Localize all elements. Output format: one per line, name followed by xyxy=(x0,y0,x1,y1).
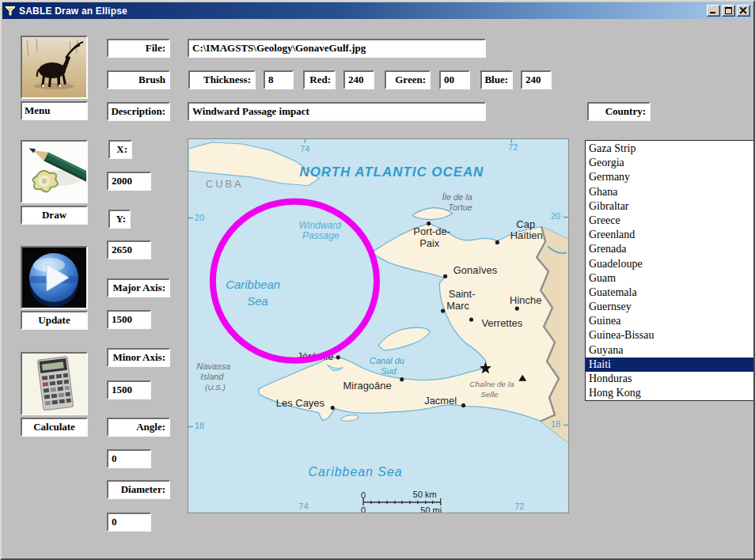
green-label: Green: xyxy=(385,70,431,89)
map-label: Caribbean Sea xyxy=(309,465,403,479)
map-label: Caribbean xyxy=(226,278,280,291)
map-label: 20 xyxy=(195,213,204,222)
country-item[interactable]: Greece xyxy=(586,214,754,228)
city-dot xyxy=(443,274,447,278)
diameter-label: Diameter: xyxy=(107,480,170,499)
sable-antelope-image xyxy=(22,37,86,97)
map-label: 18 xyxy=(195,421,204,430)
major-axis-input[interactable]: 1500 xyxy=(107,310,151,329)
description-label: Description: xyxy=(107,102,170,121)
map-label: Port-de- xyxy=(413,225,450,237)
map-label: Haïtien xyxy=(510,229,543,241)
map-label: Sud xyxy=(381,366,396,376)
city-dot xyxy=(400,377,404,381)
green-input[interactable]: 00 xyxy=(439,70,470,89)
minimize-button[interactable] xyxy=(707,5,720,17)
map-label: Tortue xyxy=(448,202,472,212)
map-label: Passage xyxy=(302,230,340,241)
map-label: Cap xyxy=(516,218,535,230)
maximize-button[interactable] xyxy=(722,5,735,17)
window-title: SABLE Draw an Ellipse xyxy=(19,6,127,17)
map-label: Île de la xyxy=(442,192,472,202)
map-label: CUBA xyxy=(206,178,244,190)
country-listbox[interactable]: Gaza StripGeorgiaGermanyGhanaGibraltarGr… xyxy=(585,140,755,401)
file-input[interactable]: C:\IMAGSTS\Geology\GonaveGulf.jpg xyxy=(188,39,486,58)
draw-label-text: Draw xyxy=(42,209,66,221)
map-label: 20 xyxy=(551,211,560,221)
map-label: NORTH ATLANTIC OCEAN xyxy=(300,165,484,180)
map-label: 0 xyxy=(361,505,366,513)
major-axis-label: Major Axis: xyxy=(107,278,170,297)
map-label: Marc xyxy=(446,300,469,312)
update-button-label[interactable]: Update xyxy=(21,311,88,330)
country-item[interactable]: Honduras xyxy=(586,372,754,386)
map-label: 72 xyxy=(508,142,518,152)
draw-button[interactable] xyxy=(21,140,88,203)
description-input[interactable]: Windward Passage impact xyxy=(188,102,486,121)
menu-label-text: Menu xyxy=(25,104,51,117)
calculate-button[interactable] xyxy=(21,352,88,415)
draw-button-label[interactable]: Draw xyxy=(21,206,88,225)
angle-input[interactable]: 0 xyxy=(107,449,151,468)
close-button[interactable] xyxy=(737,5,750,17)
menu-button[interactable] xyxy=(21,36,88,99)
map-label: 74 xyxy=(298,501,308,511)
thickness-input[interactable]: 8 xyxy=(264,70,294,89)
minor-axis-label: Minor Axis: xyxy=(107,348,170,367)
country-item[interactable]: Guinea-Bissau xyxy=(586,328,754,342)
y-input[interactable]: 2650 xyxy=(107,240,151,259)
menu-button-label[interactable]: Menu xyxy=(21,101,88,120)
city-dot xyxy=(427,221,431,225)
country-item[interactable]: Guinea xyxy=(586,314,754,328)
country-item[interactable]: Georgia xyxy=(586,156,754,170)
country-label: Country: xyxy=(587,102,651,121)
country-item[interactable]: Ghana xyxy=(586,185,754,199)
update-label-text: Update xyxy=(38,314,70,327)
calculate-button-label[interactable]: Calculate xyxy=(21,418,88,437)
map-label: Chaîne de la xyxy=(469,380,514,388)
titlebar[interactable]: SABLE Draw an Ellipse xyxy=(2,2,753,19)
map-label: Verrettes xyxy=(481,317,522,329)
red-label: Red: xyxy=(303,70,336,89)
country-item[interactable]: Guadeloupe xyxy=(586,257,754,271)
diameter-input[interactable]: 0 xyxy=(107,513,151,532)
country-item[interactable]: Guam xyxy=(586,271,754,286)
map-label: Gonaïves xyxy=(453,264,497,276)
map-label: Hinche xyxy=(510,294,541,306)
map-label: (U.S.) xyxy=(205,383,226,392)
angle-label: Angle: xyxy=(107,418,170,437)
country-item[interactable]: Hong Kong xyxy=(586,386,754,400)
brush-label: Brush xyxy=(107,70,170,89)
city-dot xyxy=(441,308,445,312)
calculate-label-text: Calculate xyxy=(33,421,75,433)
blue-label: Blue: xyxy=(480,70,513,89)
country-item[interactable]: Guernsey xyxy=(586,300,754,314)
map-label: Selle xyxy=(480,390,499,399)
country-item[interactable]: Grenada xyxy=(586,242,754,256)
country-item[interactable]: Guatemala xyxy=(586,286,754,300)
map-label: 74 xyxy=(300,144,309,153)
city-dot xyxy=(336,355,340,359)
map-label: 0 xyxy=(361,490,366,500)
map-label: Island xyxy=(200,372,224,381)
map-label: Les Cayes xyxy=(276,397,324,409)
country-item[interactable]: Gaza Strip xyxy=(586,142,754,156)
app-window: SABLE Draw an Ellipse xyxy=(0,0,755,560)
blue-input[interactable]: 240 xyxy=(521,70,552,89)
map-canvas[interactable]: 7472202018187472NORTH ATLANTIC OCEANCUBA… xyxy=(188,138,569,513)
country-item[interactable]: Guyana xyxy=(586,343,754,358)
x-input[interactable]: 2000 xyxy=(107,172,151,191)
red-input[interactable]: 240 xyxy=(343,70,374,89)
minor-axis-input[interactable]: 1500 xyxy=(107,380,151,399)
map-label: Sea xyxy=(247,294,268,308)
country-item[interactable]: Germany xyxy=(586,170,754,184)
city-dot xyxy=(515,307,519,311)
map-label: Miragoâne xyxy=(343,380,391,392)
map-label: 50 km xyxy=(413,490,437,499)
country-item[interactable]: Gibraltar xyxy=(586,199,754,214)
update-button[interactable] xyxy=(21,246,88,309)
country-item[interactable]: Greenland xyxy=(586,228,754,242)
haiti-map: 7472202018187472NORTH ATLANTIC OCEANCUBA… xyxy=(188,139,568,513)
city-dot xyxy=(461,403,465,407)
country-item[interactable]: Haiti xyxy=(586,358,754,372)
